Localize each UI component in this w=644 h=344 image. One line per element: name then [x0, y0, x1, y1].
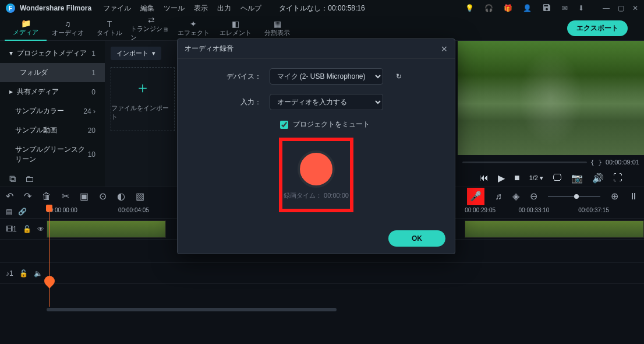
tab-transition[interactable]: ⇄トランジション — [130, 16, 172, 41]
sidebar: ▾ プロジェクトメディア1 フォルダ1 ▸ 共有メディア0 サンプルカラー24 … — [0, 41, 105, 187]
zoom-fit-icon[interactable]: ⏸ — [629, 191, 638, 202]
tab-audio[interactable]: ♫オーディオ — [47, 16, 89, 41]
speed-icon[interactable]: ⊙ — [99, 191, 107, 202]
sidebar-item-count: 20 — [88, 127, 95, 135]
greenscreen-icon[interactable]: ▧ — [136, 191, 144, 202]
close-icon[interactable]: ✕ — [441, 44, 448, 54]
camera-icon[interactable]: 📷 — [571, 173, 583, 184]
plus-icon: ＋ — [135, 78, 150, 98]
marker-icon[interactable]: ◈ — [512, 191, 519, 202]
tab-element[interactable]: ◧エレメント — [214, 16, 256, 41]
tab-split[interactable]: ▦分割表示 — [256, 16, 298, 41]
mail-icon[interactable]: ✉ — [562, 4, 568, 12]
ruler-tick: 00:00:37:15 — [578, 207, 609, 213]
tab-row: 📁メディア ♫オーディオ Tタイトル ⇄トランジション ✦エフェクト ◧エレメン… — [0, 16, 644, 41]
menu-output[interactable]: 出力 — [217, 3, 231, 13]
crop-icon[interactable]: ▣ — [80, 191, 89, 202]
headphones-icon[interactable]: 🎧 — [484, 4, 493, 12]
mute-project-checkbox[interactable] — [280, 121, 288, 129]
cut-icon[interactable]: ✂ — [62, 191, 69, 202]
grid-icon: ▦ — [274, 19, 281, 29]
timeline-audio-track[interactable]: ♪1 🔓 🔈 — [0, 262, 644, 283]
sidebar-item-sample-video[interactable]: サンプル動画20 — [0, 121, 105, 140]
timeline-playhead[interactable] — [49, 205, 49, 313]
preview-controls: ⏮ ▶ ■ 1/2 ▾ 🖵 📷 🔊 ⛶ — [458, 169, 644, 187]
device-select[interactable]: マイク (2- USB Microphone) — [270, 68, 383, 85]
tab-effect[interactable]: ✦エフェクト — [172, 16, 214, 41]
user-icon[interactable]: 👤 — [523, 4, 532, 12]
volume-icon[interactable]: 🔊 — [592, 173, 604, 184]
titlebar: F Wondershare Filmora ファイル 編集 ツール 表示 出力 … — [0, 0, 644, 16]
record-time: 録画タイム： 00:00:00 — [284, 191, 349, 200]
folder-icon[interactable]: 🗀 — [25, 174, 34, 184]
eye-icon[interactable]: 👁 — [37, 225, 44, 233]
link-icon[interactable]: 🔗 — [18, 208, 27, 216]
color-icon[interactable]: ◐ — [117, 191, 125, 202]
tab-title[interactable]: Tタイトル — [89, 16, 130, 41]
sidebar-item-count: 10 — [88, 150, 95, 159]
ruler-tick: 00:00:04:05 — [118, 207, 149, 213]
timeline-clip[interactable] — [47, 220, 166, 238]
export-button[interactable]: エクスポート — [567, 20, 628, 36]
delete-icon[interactable]: 🗑 — [42, 191, 51, 202]
redo-icon[interactable]: ↷ — [24, 191, 31, 202]
gift-icon[interactable]: 🎁 — [504, 4, 512, 12]
sidebar-item-sample-greenscreen[interactable]: サンプルグリーンスクリーン10 — [0, 140, 105, 169]
menu-file[interactable]: ファイル — [103, 3, 131, 13]
skip-back-icon[interactable]: ⏮ — [479, 173, 489, 183]
scrubber-track[interactable] — [462, 162, 587, 163]
zoom-in-icon[interactable]: ⊕ — [611, 191, 618, 202]
menu-help[interactable]: ヘルプ — [240, 3, 261, 13]
music-icon: ♫ — [65, 19, 71, 29]
tab-media[interactable]: 📁メディア — [5, 16, 47, 41]
ok-button[interactable]: OK — [388, 230, 445, 247]
preview-scrubber: { } 00:00:09:01 — [458, 155, 644, 169]
zoom-slider[interactable] — [548, 196, 600, 197]
stop-icon[interactable]: ■ — [514, 173, 520, 183]
preview-video[interactable] — [458, 41, 644, 155]
input-select[interactable]: オーディオを入力する — [270, 94, 383, 110]
sidebar-item-folder[interactable]: フォルダ1 — [0, 63, 105, 82]
lightbulb-icon[interactable]: 💡 — [465, 4, 474, 12]
sidebar-item-label: 共有メディア — [17, 87, 59, 96]
lock-icon[interactable]: 🔓 — [23, 225, 31, 233]
track-label: ♪1 — [6, 269, 13, 278]
sidebar-item-label: サンプルカラー — [9, 106, 64, 116]
window-close-icon[interactable]: ✕ — [632, 4, 638, 12]
import-dropzone[interactable]: ＋ ファイルをインポート — [111, 67, 175, 131]
refresh-icon[interactable]: ↻ — [391, 69, 406, 84]
import-box-label: ファイルをインポート — [111, 104, 174, 121]
audio-mixer-icon[interactable]: ♬ — [495, 191, 502, 202]
track-label: 🎞1 — [6, 225, 17, 233]
timeline-clip[interactable] — [465, 220, 644, 238]
sidebar-item-sample-color[interactable]: サンプルカラー24 › — [0, 101, 105, 121]
voiceover-button[interactable]: 🎤 — [467, 188, 484, 205]
record-button[interactable] — [298, 150, 335, 188]
play-icon[interactable]: ▶ — [498, 173, 505, 184]
menu-edit[interactable]: 編集 — [140, 3, 154, 13]
timeline-scrollbar[interactable] — [0, 307, 644, 313]
menu-tools[interactable]: ツール — [164, 3, 185, 13]
download-icon[interactable]: ⬇ — [578, 4, 584, 12]
playback-speed[interactable]: 1/2 ▾ — [529, 174, 543, 182]
menu-view[interactable]: 表示 — [194, 3, 208, 13]
new-folder-icon[interactable]: ⧉ — [9, 174, 16, 184]
sidebar-item-shared-media[interactable]: ▸ 共有メディア0 — [0, 82, 105, 101]
mute-icon[interactable]: 🔈 — [34, 269, 43, 278]
dialog-title: オーディオ録音 — [185, 44, 233, 54]
monitor-icon[interactable]: 🖵 — [553, 173, 562, 183]
undo-icon[interactable]: ↶ — [6, 191, 13, 202]
tab-label: タイトル — [97, 29, 122, 37]
folder-icon: 📁 — [21, 19, 31, 28]
window-minimize-icon[interactable]: — — [603, 4, 610, 12]
fullscreen-icon[interactable]: ⛶ — [613, 173, 622, 183]
save-icon[interactable] — [542, 3, 551, 14]
zoom-out-icon[interactable]: ⊖ — [530, 191, 537, 202]
text-icon: T — [107, 19, 112, 29]
lock-icon[interactable]: 🔓 — [19, 269, 28, 278]
sidebar-item-project-media[interactable]: ▾ プロジェクトメディア1 — [0, 44, 105, 63]
import-button[interactable]: インポート ▾ — [111, 47, 161, 60]
sidebar-item-label: サンプルグリーンスクリーン — [9, 145, 88, 164]
window-maximize-icon[interactable]: ▢ — [618, 4, 624, 12]
layers-icon[interactable]: ▤ — [6, 208, 12, 216]
